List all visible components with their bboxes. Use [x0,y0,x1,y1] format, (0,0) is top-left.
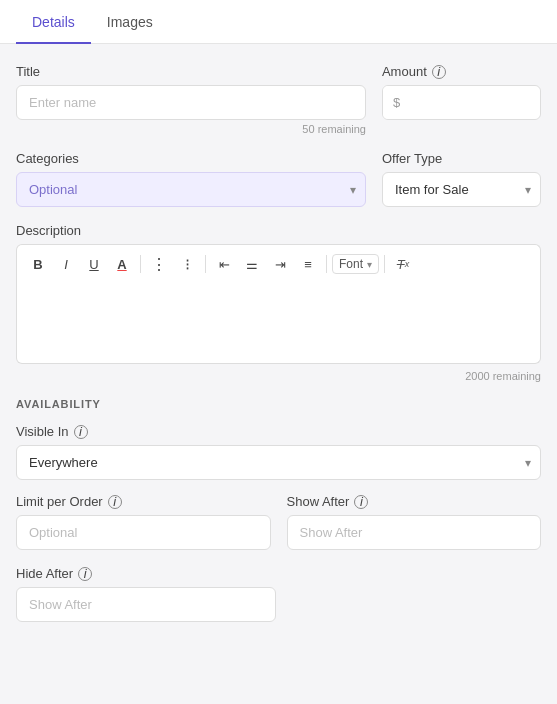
tab-images[interactable]: Images [91,0,169,44]
align-justify-button[interactable]: ≡ [295,251,321,277]
font-chevron-icon: ▾ [367,259,372,270]
description-textarea[interactable] [16,283,541,364]
show-after-input[interactable] [287,515,542,550]
description-char-count: 2000 remaining [16,370,541,382]
amount-section: Amount i $ [382,64,541,135]
align-right-button[interactable]: ⇥ [267,251,293,277]
availability-title: AVAILABILITY [16,398,541,410]
toolbar-divider-2 [205,255,206,273]
limit-per-order-input[interactable] [16,515,271,550]
bold-button[interactable]: B [25,251,51,277]
title-input[interactable] [16,85,366,120]
font-color-button[interactable]: A [109,251,135,277]
align-left-button[interactable]: ⇤ [211,251,237,277]
description-toolbar: B I U A ⋮ ⁝ ⇤ ⚌ ⇥ ≡ Font ▾ Tx [16,244,541,283]
limit-per-order-label: Limit per Order [16,494,103,509]
limit-showafter-row: Limit per Order i Show After i [16,494,541,550]
title-amount-row: Title 50 remaining Amount i $ [16,64,541,135]
categories-select-wrapper: Optional ▾ [16,172,366,207]
show-after-label-row: Show After i [287,494,542,509]
main-content: Title 50 remaining Amount i $ Categories [0,44,557,656]
offer-type-label: Offer Type [382,151,541,166]
align-center-button[interactable]: ⚌ [239,251,265,277]
description-label: Description [16,223,541,238]
description-section: Description B I U A ⋮ ⁝ ⇤ ⚌ ⇥ ≡ Font ▾ [16,223,541,382]
amount-info-icon[interactable]: i [432,65,446,79]
visible-in-label-row: Visible In i [16,424,541,439]
availability-section: AVAILABILITY Visible In i Everywhere Onl… [16,398,541,622]
amount-label-row: Amount i [382,64,541,79]
amount-label: Amount [382,64,427,79]
toolbar-divider-3 [326,255,327,273]
limit-per-order-group: Limit per Order i [16,494,271,550]
visible-in-group: Visible In i Everywhere Online Only In-S… [16,424,541,480]
underline-button[interactable]: U [81,251,107,277]
show-after-label: Show After [287,494,350,509]
unordered-list-button[interactable]: ⁝ [174,251,200,277]
visible-in-select-wrapper: Everywhere Online Only In-Store Only ▾ [16,445,541,480]
offer-type-select[interactable]: Item for Sale Service Rental Free [382,172,541,207]
toolbar-divider-1 [140,255,141,273]
hide-after-label: Hide After [16,566,73,581]
title-label: Title [16,64,366,79]
italic-button[interactable]: I [53,251,79,277]
hide-after-info-icon[interactable]: i [78,567,92,581]
title-char-count: 50 remaining [16,123,366,135]
show-after-group: Show After i [287,494,542,550]
categories-label: Categories [16,151,366,166]
categories-offertype-row: Categories Optional ▾ Offer Type Item fo… [16,151,541,207]
amount-input[interactable] [410,86,540,119]
hide-after-group: Hide After i [16,566,541,622]
tab-details[interactable]: Details [16,0,91,44]
tab-bar: Details Images [0,0,557,44]
visible-in-select[interactable]: Everywhere Online Only In-Store Only [16,445,541,480]
amount-input-wrapper: $ [382,85,541,120]
hide-after-input[interactable] [16,587,276,622]
page-container: Details Images Title 50 remaining Amount… [0,0,557,656]
visible-in-label: Visible In [16,424,69,439]
ordered-list-button[interactable]: ⋮ [146,251,172,277]
visible-in-info-icon[interactable]: i [74,425,88,439]
limit-info-icon[interactable]: i [108,495,122,509]
font-selector[interactable]: Font ▾ [332,254,379,274]
toolbar-divider-4 [384,255,385,273]
title-section: Title 50 remaining [16,64,366,135]
categories-select[interactable]: Optional [16,172,366,207]
limit-label-row: Limit per Order i [16,494,271,509]
show-after-info-icon[interactable]: i [354,495,368,509]
offer-type-section: Offer Type Item for Sale Service Rental … [382,151,541,207]
clear-format-button[interactable]: Tx [390,251,416,277]
font-label: Font [339,257,363,271]
amount-prefix: $ [383,86,410,119]
categories-section: Categories Optional ▾ [16,151,366,207]
offer-type-select-wrapper: Item for Sale Service Rental Free ▾ [382,172,541,207]
hide-after-label-row: Hide After i [16,566,541,581]
